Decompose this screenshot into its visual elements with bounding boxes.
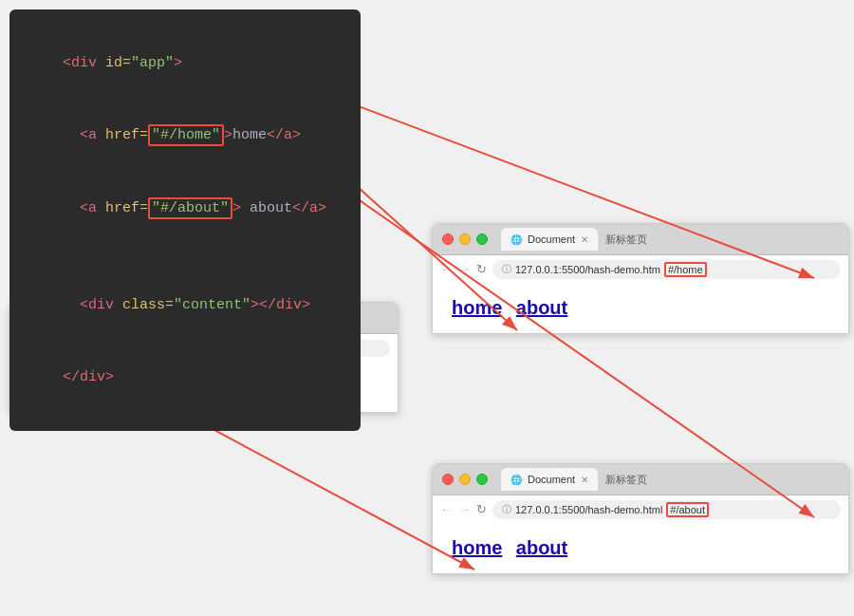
code-line-6: </div>: [28, 342, 342, 415]
traffic-light-yellow-3[interactable]: [459, 474, 471, 485]
address-hash-2: #/home: [664, 262, 707, 277]
back-button-2[interactable]: ←: [440, 262, 453, 276]
browser-addressbar-2: ← → ↻ ⓘ 127.0.0.1:5500/hash-demo.htm#/ho…: [433, 254, 848, 283]
tab-active-2[interactable]: 🌐 Document ✕: [501, 228, 598, 251]
about-link-3[interactable]: about: [516, 537, 567, 558]
browser-content-2: home about: [433, 283, 848, 333]
address-hash-3: #/about: [666, 502, 709, 517]
tab-new-3[interactable]: 新标签页: [598, 470, 655, 490]
home-link-3[interactable]: home: [452, 537, 502, 558]
code-line-2: <a href="#/home">home</a>: [28, 100, 342, 173]
traffic-light-green-3[interactable]: [476, 474, 488, 485]
browser-titlebar-2: 🌐 Document ✕ 新标签页: [433, 224, 848, 254]
code-line-5: <div class="content"></div>: [28, 269, 342, 342]
code-line-3: <a href="#/about"> about</a>: [28, 172, 342, 245]
reload-button-2[interactable]: ↻: [476, 262, 487, 276]
tab-close-3[interactable]: ✕: [581, 475, 588, 485]
traffic-light-red-2[interactable]: [442, 233, 454, 245]
browser-window-3: 🌐 Document ✕ 新标签页 ← → ↻ ⓘ 127.0.0.1:5500…: [432, 463, 849, 574]
browser-content-3: home about: [433, 523, 848, 573]
address-info-icon-3: ⓘ: [502, 503, 511, 516]
address-bar-3[interactable]: ⓘ 127.0.0.1:5500/hash-demo.html#/about: [492, 500, 841, 519]
back-button-3[interactable]: ←: [440, 502, 453, 516]
tab-area-2: 🌐 Document ✕ 新标签页: [501, 228, 839, 251]
address-url-3: 127.0.0.1:5500/hash-demo.html: [515, 504, 662, 515]
reload-button-3[interactable]: ↻: [476, 502, 487, 516]
code-block: <div id="app"> <a href="#/home">home</a>…: [9, 9, 361, 431]
forward-button-2[interactable]: →: [458, 262, 471, 276]
browser-addressbar-3: ← → ↻ ⓘ 127.0.0.1:5500/hash-demo.html#/a…: [433, 495, 848, 523]
tab-area-3: 🌐 Document ✕ 新标签页: [501, 468, 839, 491]
traffic-light-yellow-2[interactable]: [459, 233, 471, 245]
traffic-light-green-2[interactable]: [476, 233, 488, 245]
about-link-2[interactable]: about: [516, 297, 567, 318]
forward-button-3[interactable]: →: [458, 502, 471, 516]
tab-globe-icon-3: 🌐: [511, 475, 522, 485]
tab-title-3: Document: [528, 474, 575, 485]
code-line-1: <div id="app">: [28, 27, 342, 100]
tab-globe-icon-2: 🌐: [511, 234, 522, 245]
address-bar-2[interactable]: ⓘ 127.0.0.1:5500/hash-demo.htm#/home: [492, 260, 841, 279]
tab-close-2[interactable]: ✕: [581, 234, 588, 245]
tab-title-2: Document: [528, 233, 575, 245]
code-line-4: [28, 245, 342, 270]
browser-titlebar-3: 🌐 Document ✕ 新标签页: [433, 464, 848, 495]
traffic-light-red-3[interactable]: [442, 474, 454, 485]
address-info-icon-2: ⓘ: [502, 263, 511, 276]
address-url-2: 127.0.0.1:5500/hash-demo.htm: [515, 264, 660, 275]
tab-new-2[interactable]: 新标签页: [598, 230, 655, 250]
home-link-2[interactable]: home: [452, 297, 502, 318]
tab-active-3[interactable]: 🌐 Document ✕: [501, 468, 598, 491]
browser-window-2: 🌐 Document ✕ 新标签页 ← → ↻ ⓘ 127.0.0.1:5500…: [432, 223, 849, 334]
